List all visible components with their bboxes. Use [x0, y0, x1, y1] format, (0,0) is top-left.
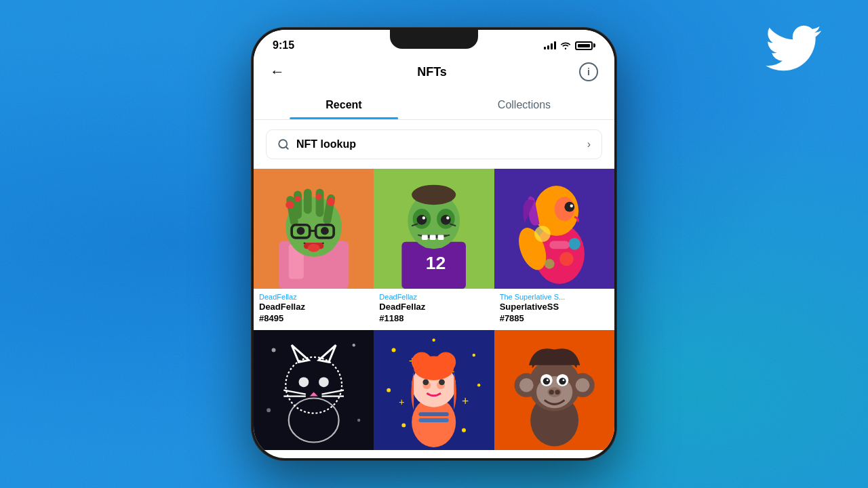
svg-text:+: +	[462, 394, 469, 408]
twitter-bird-icon	[760, 20, 827, 76]
svg-point-76	[412, 352, 432, 373]
svg-point-46	[559, 252, 574, 266]
svg-point-11	[316, 194, 322, 200]
svg-rect-83	[419, 418, 449, 422]
svg-point-95	[546, 380, 548, 382]
svg-point-96	[562, 380, 564, 382]
svg-rect-6	[304, 189, 312, 214]
nft-image-1	[254, 169, 374, 289]
search-icon	[277, 138, 290, 150]
svg-marker-49	[319, 345, 336, 362]
back-button[interactable]: ←	[270, 63, 285, 81]
svg-rect-82	[419, 412, 449, 416]
phone-wrapper: 9:15	[251, 27, 617, 461]
svg-point-66	[402, 424, 406, 428]
nft-collection-label: DeadFellaz	[379, 293, 488, 301]
svg-rect-7	[316, 189, 324, 217]
battery-icon	[575, 41, 595, 50]
svg-point-89	[575, 378, 589, 392]
svg-point-98	[549, 390, 553, 394]
svg-point-99	[555, 390, 559, 394]
svg-marker-48	[292, 345, 309, 362]
tab-recent[interactable]: Recent	[254, 89, 434, 119]
nft-item[interactable]: 12	[374, 169, 494, 330]
svg-point-51	[319, 378, 329, 388]
svg-point-57	[289, 399, 339, 443]
nft-info-1: DeadFellaz DeadFellaz #8495	[254, 289, 374, 330]
nft-name-label: SuperlativeSS #7885	[500, 302, 609, 325]
tabs-bar: Recent Collections	[254, 89, 614, 120]
nft-item[interactable]: The Superlative S... SuperlativeSS #7885	[494, 169, 614, 330]
svg-rect-45	[549, 241, 570, 249]
svg-text:12: 12	[426, 253, 446, 273]
svg-point-30	[446, 216, 449, 219]
nft-image-6	[494, 330, 614, 450]
svg-point-16	[297, 227, 305, 235]
signal-bars-icon	[544, 41, 556, 49]
svg-marker-52	[310, 392, 318, 396]
svg-point-17	[321, 227, 329, 235]
svg-rect-5	[294, 191, 302, 219]
nft-image-4	[254, 330, 374, 450]
svg-point-12	[327, 198, 335, 206]
svg-point-62	[392, 348, 396, 352]
svg-point-24	[412, 185, 456, 205]
svg-point-80	[423, 380, 429, 386]
status-time: 9:15	[273, 39, 294, 52]
svg-text:+: +	[399, 396, 405, 407]
phone-frame: 9:15	[251, 27, 617, 461]
svg-point-64	[387, 388, 391, 392]
svg-point-65	[477, 384, 480, 386]
svg-point-29	[422, 216, 425, 219]
chevron-right-icon: ›	[587, 138, 591, 150]
svg-point-42	[534, 226, 551, 242]
nav-bar: ← NFTs i	[254, 57, 614, 89]
svg-point-47	[285, 357, 342, 413]
svg-point-60	[267, 408, 271, 412]
nft-image-5: + + + +	[374, 330, 494, 450]
nft-item[interactable]: + + + +	[374, 330, 494, 458]
svg-point-43	[568, 238, 580, 250]
svg-point-87	[519, 378, 534, 392]
svg-point-68	[433, 339, 435, 342]
nft-info-3: The Superlative S... SuperlativeSS #7885	[494, 289, 614, 330]
svg-point-77	[436, 352, 456, 373]
svg-point-40	[564, 202, 574, 212]
nft-lookup-bar[interactable]: NFT lookup ›	[266, 129, 602, 159]
phone-screen: 9:15	[254, 30, 614, 458]
svg-point-19	[308, 244, 320, 252]
svg-point-27	[417, 215, 427, 225]
svg-point-81	[439, 380, 445, 386]
svg-rect-33	[438, 235, 444, 240]
nft-item[interactable]	[254, 330, 374, 458]
nft-image-3	[494, 169, 614, 289]
svg-rect-31	[422, 235, 428, 240]
nft-image-2: 12	[374, 169, 494, 289]
lookup-label: NFT lookup	[296, 138, 587, 150]
wifi-icon	[560, 41, 571, 49]
status-icons	[544, 41, 595, 50]
svg-point-58	[272, 348, 276, 352]
svg-point-67	[462, 428, 466, 432]
svg-point-61	[357, 419, 360, 422]
svg-point-94	[559, 378, 566, 384]
nft-grid: DeadFellaz DeadFellaz #8495	[254, 169, 614, 458]
nft-collection-label: The Superlative S...	[500, 293, 609, 301]
nft-info-2: DeadFellaz DeadFellaz #1188	[374, 289, 494, 330]
info-button[interactable]: i	[579, 62, 598, 81]
nft-name-label: DeadFellaz #1188	[379, 302, 488, 325]
svg-point-44	[545, 259, 555, 269]
page-title: NFTs	[417, 65, 447, 79]
svg-rect-32	[430, 235, 436, 240]
phone-notch	[390, 30, 478, 49]
svg-point-50	[298, 378, 309, 388]
tab-collections[interactable]: Collections	[434, 89, 614, 119]
svg-point-28	[441, 215, 451, 225]
svg-point-93	[542, 378, 549, 384]
nft-item[interactable]: DeadFellaz DeadFellaz #8495	[254, 169, 374, 330]
nft-collection-label: DeadFellaz	[259, 293, 368, 301]
nft-item[interactable]	[494, 330, 614, 458]
svg-point-59	[353, 344, 355, 346]
svg-point-63	[473, 354, 475, 357]
svg-point-10	[295, 196, 301, 202]
